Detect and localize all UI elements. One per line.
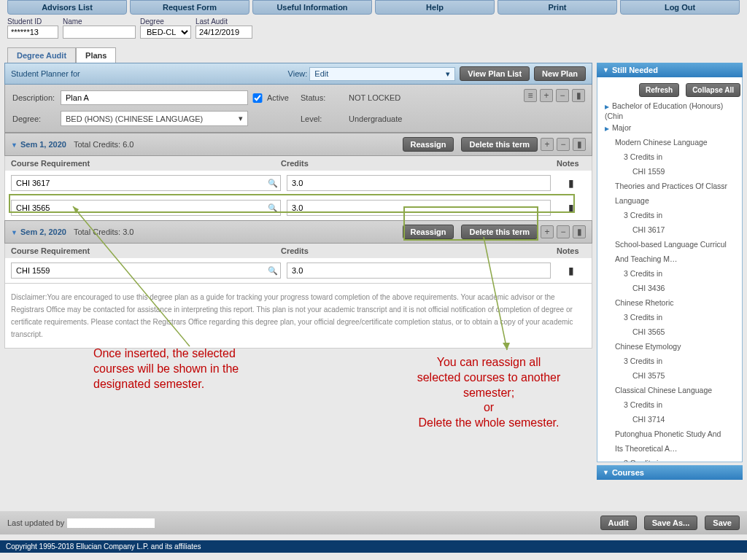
sem2-add-icon[interactable]: + bbox=[541, 225, 554, 238]
name-label: Name bbox=[63, 18, 136, 26]
sem2-reassign-button[interactable]: Reassign bbox=[403, 225, 454, 239]
level-value: Undergraduate bbox=[349, 114, 536, 123]
save-button[interactable]: Save bbox=[705, 516, 740, 530]
tab-degree-audit[interactable]: Degree Audit bbox=[7, 47, 76, 63]
sem1-row-0: 🔍 ▮ bbox=[4, 171, 592, 195]
status-label: Status: bbox=[301, 93, 344, 102]
note-icon[interactable]: ▮ bbox=[557, 202, 586, 214]
view-select[interactable]: Edit▾ bbox=[309, 67, 455, 81]
sem2-note-icon[interactable]: ▮ bbox=[573, 225, 586, 238]
planner-label: Student Planner for bbox=[11, 69, 80, 78]
sem1-col-notes: Notes bbox=[557, 159, 586, 168]
student-id-input[interactable] bbox=[7, 26, 58, 39]
tab-plans[interactable]: Plans bbox=[76, 47, 116, 63]
nav-advisors[interactable]: Advisors List bbox=[7, 0, 127, 15]
tree-credits: 3 Credits in bbox=[599, 266, 740, 281]
tree-credits: 3 Credits in bbox=[599, 354, 740, 368]
search-icon[interactable]: 🔍 bbox=[268, 203, 278, 213]
tree-req[interactable]: Its Theoretical A… bbox=[599, 441, 740, 456]
tree-credits: 3 Credits in bbox=[599, 456, 740, 462]
last-updated-label: Last updated by bbox=[7, 518, 64, 527]
remove-icon[interactable]: − bbox=[556, 89, 569, 102]
sem2-delete-button[interactable]: Delete this term bbox=[461, 225, 538, 239]
new-plan-button[interactable]: New Plan bbox=[534, 66, 586, 81]
view-plan-list-button[interactable]: View Plan List bbox=[460, 66, 530, 81]
sem1-title[interactable]: Sem 1, 2020 bbox=[11, 140, 66, 149]
sem1-total-credits: Total Credits: 6.0 bbox=[74, 140, 134, 149]
annotation-left: Once inserted, the selected courses will… bbox=[93, 346, 254, 392]
tree-course[interactable]: CHI 3436 bbox=[599, 281, 740, 295]
nav-print[interactable]: Print bbox=[498, 0, 617, 15]
still-needed-body: Refresh Collapse All ▸Bachelor of Educat… bbox=[597, 77, 743, 462]
sem1-col-course: Course Requirement bbox=[11, 159, 281, 168]
search-icon[interactable]: 🔍 bbox=[268, 266, 278, 276]
sem1-header: Sem 1, 2020 Total Credits: 6.0 Reassign … bbox=[4, 133, 592, 156]
tree-course[interactable]: CHI 3617 bbox=[599, 222, 740, 237]
annotation-right: You can reassign all selected courses to… bbox=[416, 355, 562, 431]
degree-label: Degree bbox=[140, 18, 191, 26]
tree-course[interactable]: CHI 3575 bbox=[599, 368, 740, 383]
reorder-icon[interactable]: ≡ bbox=[524, 89, 537, 102]
tree-req[interactable]: Chinese Rhetoric bbox=[599, 295, 740, 310]
tree-req[interactable]: Chinese Etymology bbox=[599, 339, 740, 354]
sem1-course-0[interactable] bbox=[11, 175, 281, 191]
tree-course[interactable]: CHI 1559 bbox=[599, 164, 740, 179]
tree-req[interactable]: Classical Chinese Language bbox=[599, 383, 740, 397]
tree-req[interactable]: Putonghua Phonetic Study And bbox=[599, 427, 740, 441]
description-input[interactable] bbox=[61, 90, 248, 105]
tree-req[interactable]: School-based Language Curricul bbox=[599, 237, 740, 252]
search-icon[interactable]: 🔍 bbox=[268, 179, 278, 188]
note-icon[interactable]: ▮ bbox=[572, 89, 585, 102]
tree-degree[interactable]: ▸Bachelor of Education (Honours) (Chin bbox=[599, 100, 740, 122]
degree-select[interactable]: BED-CL bbox=[140, 26, 191, 39]
tree-course[interactable]: CHI 3714 bbox=[599, 412, 740, 427]
nav-logout[interactable]: Log Out bbox=[620, 0, 740, 15]
sem1-credits-0[interactable] bbox=[287, 175, 551, 191]
tree-course[interactable]: CHI 3565 bbox=[599, 324, 740, 339]
collapse-all-button[interactable]: Collapse All bbox=[686, 83, 740, 97]
nav-info[interactable]: Useful Information bbox=[252, 0, 372, 15]
tree-credits: 3 Credits in bbox=[599, 149, 740, 164]
sem2-title[interactable]: Sem 2, 2020 bbox=[11, 228, 66, 236]
nav-request[interactable]: Request Form bbox=[130, 0, 249, 15]
refresh-button[interactable]: Refresh bbox=[639, 83, 679, 97]
add-icon[interactable]: + bbox=[540, 89, 553, 102]
view-label: View: bbox=[288, 69, 308, 78]
last-audit-label: Last Audit bbox=[196, 18, 252, 26]
sem1-row-1: 🔍 ▮ bbox=[4, 195, 592, 220]
sem1-note-icon[interactable]: ▮ bbox=[573, 138, 586, 151]
audit-button[interactable]: Audit bbox=[600, 516, 637, 530]
sem1-remove-icon[interactable]: − bbox=[557, 138, 570, 151]
sem2-col-credits: Credits bbox=[281, 246, 557, 255]
degree-label2: Degree: bbox=[12, 114, 56, 123]
tree-major[interactable]: ▸Major bbox=[599, 122, 740, 135]
sem1-credits-1[interactable] bbox=[287, 200, 551, 216]
sem1-add-icon[interactable]: + bbox=[541, 138, 554, 151]
note-icon[interactable]: ▮ bbox=[557, 177, 586, 189]
name-input[interactable] bbox=[63, 26, 136, 39]
sem1-delete-button[interactable]: Delete this term bbox=[461, 137, 538, 152]
sem2-course-0[interactable] bbox=[11, 262, 281, 279]
save-as-button[interactable]: Save As... bbox=[644, 516, 698, 530]
nav-help[interactable]: Help bbox=[375, 0, 495, 15]
sem1-col-credits: Credits bbox=[281, 159, 557, 168]
sem1-course-1[interactable] bbox=[11, 200, 281, 216]
sem1-reassign-button[interactable]: Reassign bbox=[403, 137, 454, 152]
top-nav: Advisors List Request Form Useful Inform… bbox=[0, 0, 747, 15]
tree-req[interactable]: Modern Chinese Language bbox=[599, 135, 740, 149]
description-label: Description: bbox=[12, 93, 56, 102]
note-icon[interactable]: ▮ bbox=[557, 265, 586, 276]
tree-req[interactable]: Theories and Practices Of Classr bbox=[599, 179, 740, 193]
degree-select2[interactable]: BED (HONS) (CHINESE LANGUAGE)▾ bbox=[61, 111, 248, 126]
sem2-row-0: 🔍 ▮ bbox=[4, 258, 592, 283]
tree-req[interactable]: Language bbox=[599, 193, 740, 208]
sem2-remove-icon[interactable]: − bbox=[557, 225, 570, 238]
courses-header[interactable]: Courses bbox=[597, 465, 743, 480]
active-checkbox[interactable] bbox=[252, 93, 263, 103]
last-audit-input[interactable] bbox=[196, 26, 252, 39]
tree-req[interactable]: And Teaching M… bbox=[599, 252, 740, 266]
tree-credits: 3 Credits in bbox=[599, 397, 740, 412]
active-label: Active bbox=[267, 93, 296, 102]
still-needed-header[interactable]: Still Needed bbox=[597, 63, 743, 77]
sem2-credits-0[interactable] bbox=[287, 262, 551, 279]
